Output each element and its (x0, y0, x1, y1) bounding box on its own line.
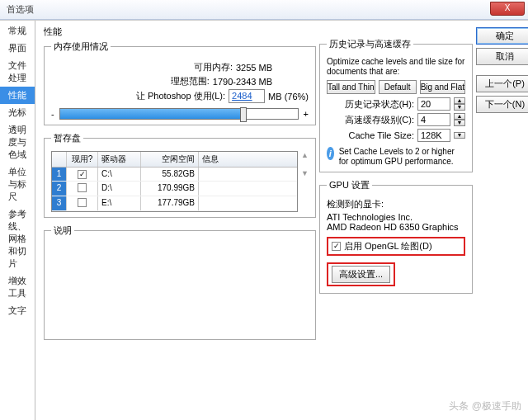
highlight-advanced: 高级设置... (327, 262, 395, 286)
enable-opengl-label: 启用 OpenGL 绘图(D) (344, 240, 432, 252)
ideal-label: 理想范围: (171, 75, 210, 87)
dialog-body: 常规 界面 文件处理 性能 光标 透明度与色域 单位与标尺 参考线、网格和切片 … (0, 20, 528, 420)
dropdown-icon[interactable]: ▼ (454, 132, 465, 139)
active-checkbox[interactable] (78, 198, 87, 207)
ideal-value: 1790-2343 MB (213, 77, 272, 87)
prev-button[interactable]: 上一个(P) (476, 75, 528, 92)
th-index (52, 152, 67, 167)
th-active: 现用? (67, 152, 98, 167)
available-label: 可用内存: (194, 61, 233, 73)
slider-track[interactable] (59, 108, 299, 120)
move-up-icon[interactable]: ▲ (301, 151, 309, 159)
sidebar: 常规 界面 文件处理 性能 光标 透明度与色域 单位与标尺 参考线、网格和切片 … (0, 21, 35, 420)
scratch-group: 暂存盘 现用? 驱动器 空闲空间 信息 1 ✓ C:\ (44, 132, 316, 218)
advanced-button[interactable]: 高级设置... (332, 266, 390, 283)
slider-plus-icon[interactable]: + (304, 109, 309, 119)
th-info: 信息 (199, 152, 297, 167)
sidebar-item-units[interactable]: 单位与标尺 (0, 163, 35, 205)
enable-opengl-checkbox[interactable]: ✓ (332, 242, 341, 251)
spin-up-icon[interactable]: ▲ (454, 97, 465, 104)
memory-slider[interactable]: - + (51, 108, 309, 120)
history-desc: Optimize cache levels and tile size for … (327, 57, 465, 77)
letuse-input[interactable]: 2484 (229, 89, 265, 103)
sidebar-item-cursors[interactable]: 光标 (0, 104, 35, 121)
th-drive: 驱动器 (98, 152, 141, 167)
preset-default-button[interactable]: Default (379, 80, 417, 94)
table-row: 2 D:\ 170.99GB (52, 182, 297, 196)
info-icon: i (327, 147, 334, 160)
title-bar: 首选项 X (0, 0, 528, 20)
slider-knob[interactable] (240, 107, 247, 122)
main-panel: 性能 内存使用情况 可用内存:3255 MB 理想范围:1790-2343 MB… (35, 21, 528, 420)
sidebar-item-performance[interactable]: 性能 (0, 87, 35, 104)
memory-group: 内存使用情况 可用内存:3255 MB 理想范围:1790-2343 MB 让 … (44, 40, 316, 125)
levels-label: 高速缓存级别(C): (345, 114, 414, 126)
gpu-vendor: ATI Technologies Inc. (327, 212, 465, 222)
history-group: 历史记录与高速缓存 Optimize cache levels and tile… (319, 38, 473, 172)
active-checkbox[interactable] (78, 183, 87, 192)
sidebar-item-interface[interactable]: 界面 (0, 40, 35, 57)
states-input[interactable]: 20 (417, 97, 450, 111)
letuse-label: 让 Photoshop 使用(L): (136, 90, 225, 102)
sidebar-item-general[interactable]: 常规 (0, 22, 35, 40)
gpu-legend: GPU 设置 (327, 179, 372, 191)
gpu-group: GPU 设置 检测到的显卡: ATI Technologies Inc. AMD… (319, 179, 473, 294)
memory-legend: 内存使用情况 (51, 40, 111, 53)
levels-input[interactable]: 4 (417, 113, 450, 126)
history-legend: 历史记录与高速缓存 (327, 38, 413, 50)
tile-label: Cache Tile Size: (349, 130, 414, 140)
sidebar-item-type[interactable]: 文字 (0, 302, 35, 319)
button-column: 确定 取消 上一个(P) 下一个(N) (476, 27, 528, 415)
highlight-enable-opengl: ✓启用 OpenGL 绘图(D) (327, 237, 465, 256)
states-label: 历史记录状态(H): (345, 98, 414, 111)
ok-button[interactable]: 确定 (476, 27, 528, 45)
scratch-table: 现用? 驱动器 空闲空间 信息 1 ✓ C:\ 55.82GB (51, 151, 298, 212)
close-button[interactable]: X (490, 2, 525, 16)
active-checkbox[interactable]: ✓ (78, 170, 87, 179)
slider-fill (60, 109, 241, 119)
info-text: Set Cache Levels to 2 or higher for opti… (339, 147, 465, 167)
next-button[interactable]: 下一个(N) (476, 96, 528, 113)
detected-label: 检测到的显卡: (327, 198, 465, 210)
letuse-unit: MB (76%) (268, 92, 309, 101)
tile-select[interactable]: 128K (417, 129, 450, 142)
gpu-card: AMD Radeon HD 6350 Graphics (327, 222, 465, 232)
desc-legend: 说明 (51, 224, 74, 237)
scratch-legend: 暂存盘 (51, 132, 83, 144)
preset-bigflat-button[interactable]: Big and Flat (420, 80, 465, 94)
th-free: 空闲空间 (141, 152, 199, 167)
sidebar-item-plugins[interactable]: 增效工具 (0, 272, 35, 302)
move-down-icon[interactable]: ▼ (301, 169, 309, 177)
sidebar-item-filehandling[interactable]: 文件处理 (0, 57, 35, 87)
sidebar-item-guides[interactable]: 参考线、网格和切片 (0, 205, 35, 272)
table-row: 1 ✓ C:\ 55.82GB (52, 168, 297, 182)
spin-down-icon[interactable]: ▼ (454, 104, 465, 111)
slider-minus-icon[interactable]: - (51, 109, 54, 119)
spin-down-icon[interactable]: ▼ (454, 120, 465, 126)
cancel-button[interactable]: 取消 (476, 48, 528, 65)
sidebar-item-transparency[interactable]: 透明度与色域 (0, 121, 35, 163)
desc-group: 说明 (44, 224, 316, 340)
table-row: 3 E:\ 177.79GB (52, 196, 297, 211)
spin-up-icon[interactable]: ▲ (454, 113, 465, 120)
preset-tall-button[interactable]: Tall and Thin (327, 80, 375, 94)
window-title: 首选项 (7, 3, 34, 16)
page-heading: 性能 (44, 26, 316, 38)
available-value: 3255 MB (236, 63, 272, 73)
watermark: 头条 @极速手助 (449, 399, 521, 413)
